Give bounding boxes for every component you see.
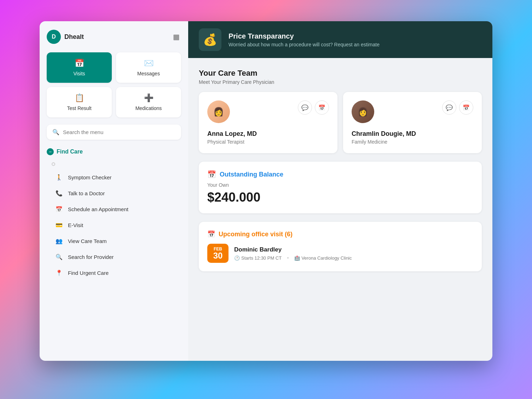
test-result-icon: 📋	[75, 93, 84, 103]
sidebar: D Dhealt ▦ 📅 Visits ✉️ Messages 📋 Test R…	[40, 21, 188, 361]
schedule-appointment-item[interactable]: 📅 Schedule an Appointment	[51, 202, 181, 216]
sidebar-header: D Dhealt ▦	[47, 30, 181, 44]
banner-text: Price Transparancy Worried about how muc…	[229, 32, 380, 47]
e-visit-icon: 💳	[55, 222, 63, 229]
doctor-2-specialty: Family Medicine	[352, 139, 473, 145]
upcoming-visits-card: 📅 Upcoming office visit (6) Feb 30 Domin…	[199, 222, 482, 271]
talk-doctor-item[interactable]: 📞 Talk to a Doctor	[51, 186, 181, 201]
menu-dot-1	[52, 162, 55, 166]
find-care-menu: 🚶 Symptom Checker 📞 Talk to a Doctor 📅 S…	[47, 161, 181, 280]
messages-icon: ✉️	[144, 59, 154, 68]
doctor-2-avatar-img: 👩	[358, 107, 368, 117]
care-team-title: Your Care Team	[199, 69, 482, 78]
nav-test-result-button[interactable]: 📋 Test Result	[47, 87, 112, 117]
medications-label: Medications	[135, 105, 162, 111]
balance-card: 📅 Outstanding Balance Your Own $240.000	[199, 162, 482, 213]
view-care-team-item[interactable]: 👥 View Care Team	[51, 234, 181, 248]
visit-time: 🕐 Starts 12:30 PM CT	[234, 255, 282, 261]
messages-label: Messages	[137, 71, 160, 76]
upcoming-visits-icon: 📅	[207, 230, 215, 238]
doctor-2-message-button[interactable]: 💬	[442, 100, 456, 115]
schedule-appointment-icon: 📅	[55, 206, 63, 213]
doctor-1-specialty: Physical Terapist	[207, 139, 329, 145]
visit-meta: 🕐 Starts 12:30 PM CT 🏥 Verona Cardiology…	[234, 255, 473, 261]
find-urgent-care-icon: 📍	[55, 270, 63, 276]
doctor-2-calendar-button[interactable]: 📅	[459, 100, 473, 115]
doctor-1-name: Anna Lopez, MD	[207, 130, 329, 138]
visit-item: Feb 30 Dominic Bardley 🕐 Starts 12:30 PM…	[207, 244, 473, 263]
visit-details: Dominic Bardley 🕐 Starts 12:30 PM CT 🏥 V…	[234, 246, 473, 261]
visits-label: Visits	[73, 71, 85, 76]
visit-location-text: Verona Cardiology Clinic	[301, 255, 352, 261]
test-result-label: Test Result	[67, 105, 91, 111]
doctor-card-2: 👩 💬 📅 Chramlin Dougie, MD Family Medicin…	[343, 92, 482, 153]
visit-location: 🏥 Verona Cardiology Clinic	[294, 255, 352, 261]
doctor-1-calendar-button[interactable]: 📅	[315, 100, 329, 115]
nav-medications-button[interactable]: ➕ Medications	[116, 87, 181, 117]
doctor-card-1: 👩 💬 📅 Anna Lopez, MD Physical Terapist	[199, 92, 337, 153]
balance-amount: $240.000	[207, 190, 473, 205]
care-team-grid: 👩 💬 📅 Anna Lopez, MD Physical Terapist	[199, 92, 482, 153]
doctor-2-avatar: 👩	[352, 100, 374, 123]
price-transparency-banner: 💰 Price Transparancy Worried about how m…	[188, 21, 492, 58]
banner-title: Price Transparancy	[229, 32, 380, 40]
nav-messages-button[interactable]: ✉️ Messages	[116, 52, 181, 83]
balance-icon: 📅	[207, 170, 216, 179]
visit-time-text: Starts 12:30 PM CT	[241, 255, 282, 261]
banner-description: Worried about how much a procedure will …	[229, 42, 380, 47]
doctor-1-message-button[interactable]: 💬	[298, 100, 312, 115]
view-care-team-label: View Care Team	[68, 238, 107, 244]
balance-title: 📅 Outstanding Balance	[207, 170, 473, 179]
content-area: Your Care Team Meet Your Primary Care Ph…	[188, 58, 492, 282]
upcoming-visits-title: 📅 Upcoming office visit (6)	[207, 230, 473, 238]
logo-avatar: D	[47, 30, 61, 44]
nav-grid: 📅 Visits ✉️ Messages 📋 Test Result ➕ Med…	[47, 52, 181, 117]
search-input[interactable]	[63, 129, 175, 135]
find-care-collapse-button[interactable]: −	[47, 148, 54, 155]
upcoming-visits-title-text: Upcoming office visit (6)	[219, 231, 293, 238]
balance-own: Your Own	[207, 182, 473, 188]
e-visit-label: E-Visit	[68, 222, 83, 228]
banner-icon: 💰	[199, 28, 221, 51]
doctor-1-avatar: 👩	[207, 100, 230, 123]
search-provider-icon: 🔍	[55, 254, 63, 260]
find-care-header: − Find Care	[47, 148, 181, 155]
care-team-subtitle: Meet Your Primary Care Physician	[199, 79, 482, 85]
sidebar-toggle-button[interactable]: ▦	[172, 31, 181, 42]
building-icon: 🏥	[294, 255, 300, 261]
symptom-checker-label: Symptom Checker	[68, 174, 111, 180]
visit-date-badge: Feb 30	[207, 244, 229, 263]
search-icon: 🔍	[52, 129, 59, 135]
doctor-2-actions: 💬 📅	[442, 100, 473, 115]
doctor-1-actions: 💬 📅	[298, 100, 329, 115]
e-visit-item[interactable]: 💳 E-Visit	[51, 218, 181, 232]
talk-doctor-icon: 📞	[55, 190, 63, 197]
doctor-2-name: Chramlin Dougie, MD	[352, 130, 473, 138]
dot-separator	[287, 257, 289, 259]
main-content: 💰 Price Transparancy Worried about how m…	[188, 21, 492, 361]
clock-icon: 🕐	[234, 255, 240, 261]
medications-icon: ➕	[144, 93, 154, 103]
visits-icon: 📅	[75, 59, 84, 68]
find-care-title: Find Care	[57, 149, 83, 155]
search-provider-label: Search for Provider	[68, 254, 114, 260]
schedule-appointment-label: Schedule an Appointment	[68, 206, 128, 212]
visit-day: 30	[212, 251, 224, 260]
search-bar: 🔍	[47, 125, 181, 140]
find-urgent-care-label: Find Urgent Care	[68, 270, 109, 276]
talk-doctor-label: Talk to a Doctor	[68, 190, 105, 196]
logo-initial: D	[52, 34, 56, 40]
doctor-1-avatar-img: 👩	[213, 107, 224, 117]
balance-title-text: Outstanding Balance	[220, 171, 283, 178]
symptom-checker-icon: 🚶	[55, 174, 63, 181]
sidebar-logo: D Dhealt	[47, 30, 84, 44]
doctor-card-1-top: 👩 💬 📅	[207, 100, 329, 123]
visit-patient-name: Dominic Bardley	[234, 246, 473, 253]
money-icon: 💰	[203, 33, 217, 46]
nav-visits-button[interactable]: 📅 Visits	[47, 52, 112, 83]
symptom-checker-item[interactable]: 🚶 Symptom Checker	[51, 170, 181, 185]
find-urgent-care-item[interactable]: 📍 Find Urgent Care	[51, 266, 181, 280]
search-provider-item[interactable]: 🔍 Search for Provider	[51, 250, 181, 264]
view-care-team-icon: 👥	[55, 238, 63, 244]
logo-name: Dhealt	[64, 33, 84, 41]
